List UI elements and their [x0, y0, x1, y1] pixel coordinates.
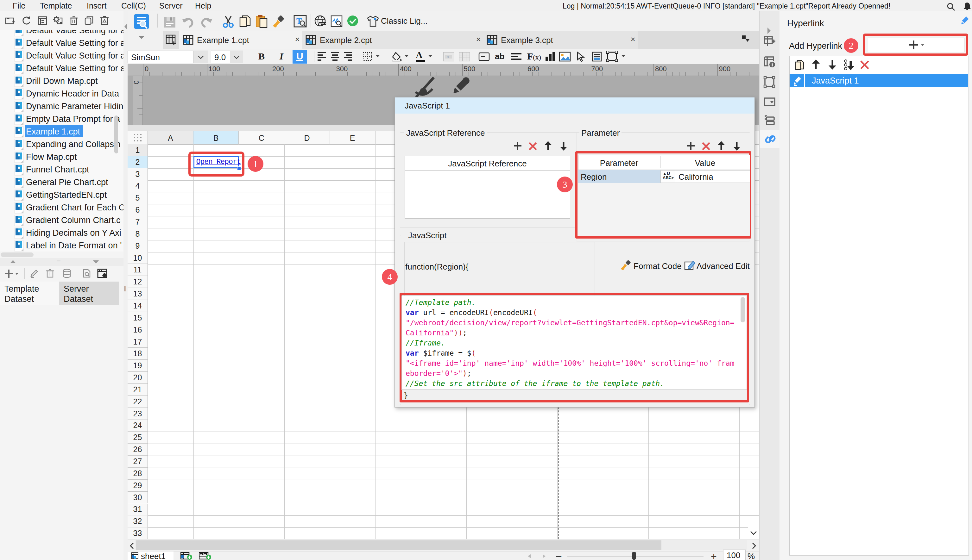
underline-button[interactable]: U: [292, 50, 307, 63]
font-color-dropdown-icon[interactable]: [428, 54, 433, 58]
copy-icon[interactable]: [83, 15, 95, 26]
splitter-down-icon[interactable]: [92, 260, 99, 264]
database-icon[interactable]: [62, 268, 72, 278]
copy-item-icon[interactable]: [794, 60, 805, 71]
scroll-left-icon[interactable]: [130, 542, 134, 549]
splitter-grip-icon[interactable]: =: [56, 257, 61, 265]
dialog-titlebar[interactable]: JavaScript 1: [395, 97, 755, 113]
sort-icon[interactable]: [844, 60, 855, 70]
italic-button[interactable]: I: [280, 51, 283, 62]
parameter-value-text[interactable]: California: [678, 172, 713, 182]
parameter-name-cell[interactable]: Region: [581, 172, 606, 182]
format-painter-icon[interactable]: [271, 14, 285, 28]
zoom-value-box[interactable]: 100: [723, 550, 746, 560]
file-item[interactable]: GettingStartedEN.cpt: [0, 188, 124, 201]
collapse-left-icon[interactable]: [124, 23, 128, 30]
fill-dropdown-icon[interactable]: [404, 54, 409, 58]
row-header[interactable]: 21: [128, 384, 148, 396]
scroll-right-icon[interactable]: [752, 542, 757, 549]
add-block-sheet-icon[interactable]: [199, 552, 213, 560]
advanced-edit-button[interactable]: Advanced Edit: [696, 261, 750, 271]
row-header[interactable]: 7: [128, 216, 148, 228]
row-header[interactable]: 17: [128, 336, 148, 348]
new-report-tab-button[interactable]: [163, 31, 179, 49]
paste-icon[interactable]: [255, 14, 268, 28]
hyperlink-tab-active[interactable]: [760, 130, 780, 148]
file-item[interactable]: Default Value Setting for a: [0, 62, 124, 75]
ab-widget-icon[interactable]: ab: [495, 52, 504, 62]
pointer-icon[interactable]: [576, 52, 586, 62]
file-item[interactable]: Dynamic Parameter Hidin: [0, 100, 124, 113]
row-header[interactable]: 30: [128, 492, 148, 504]
bold-button[interactable]: B: [258, 51, 265, 62]
hyperlink-list-item[interactable]: JavaScript 1: [790, 74, 968, 87]
row-header[interactable]: 18: [128, 348, 148, 360]
tab-server-dataset[interactable]: ServerDataset: [59, 282, 119, 305]
preview-dataset-icon[interactable]: [82, 268, 92, 278]
text-search-icon[interactable]: T: [294, 15, 307, 28]
search-icon[interactable]: [946, 2, 955, 12]
format-code-button[interactable]: Format Code: [633, 261, 681, 271]
align-right-icon[interactable]: [344, 52, 352, 62]
sheet-tab-active[interactable]: sheet1: [128, 552, 174, 560]
bold-lines-icon[interactable]: [511, 52, 521, 61]
file-item[interactable]: Flow Map.cpt: [0, 151, 124, 163]
row-header[interactable]: 4: [128, 180, 148, 192]
edit-pencil-icon[interactable]: [29, 268, 39, 278]
formula-icon[interactable]: F(x): [527, 51, 541, 62]
cut-icon[interactable]: [222, 15, 235, 28]
parameter-value-cell[interactable]: California: [675, 170, 750, 183]
row-header[interactable]: 1: [128, 144, 148, 156]
refresh-icon[interactable]: [20, 15, 32, 26]
panel-splitter[interactable]: =: [0, 258, 124, 266]
theme-name-label[interactable]: Classic Lig...: [381, 16, 428, 26]
splitter-up-icon[interactable]: [10, 260, 17, 264]
split-cells-icon[interactable]: [458, 52, 471, 62]
column-header[interactable]: E: [330, 131, 376, 145]
row-header[interactable]: 20: [128, 372, 148, 384]
tab-close-icon[interactable]: ×: [294, 36, 301, 43]
row-header[interactable]: 8: [128, 228, 148, 240]
widget-settings-icon[interactable]: [763, 35, 776, 47]
bell-icon[interactable]: [962, 1, 972, 11]
undo-icon[interactable]: [181, 16, 195, 28]
grid-corner-cell[interactable]: [128, 131, 148, 144]
cell-element-icon[interactable]: [763, 76, 776, 88]
image-icon[interactable]: [559, 52, 571, 62]
template-settings-icon[interactable]: [52, 15, 65, 26]
divider-grip-icon[interactable]: ‖: [124, 285, 127, 293]
list-vscrollbar-thumb[interactable]: [114, 115, 118, 153]
column-header[interactable]: A: [148, 131, 194, 145]
menu-item-template[interactable]: Template: [40, 1, 72, 10]
file-item[interactable]: Dynamic Header in Data: [0, 87, 124, 100]
file-item[interactable]: Default Value Setting for a: [0, 30, 124, 37]
doc-tab-3[interactable]: Example 3.cpt×: [483, 31, 638, 49]
menu-item-insert[interactable]: Insert: [87, 1, 107, 10]
remove-icon[interactable]: [528, 142, 537, 151]
recycle-icon[interactable]: [99, 15, 110, 26]
parameter-row[interactable]: Region▲UABC▾California: [578, 170, 750, 183]
prev-sheet-icon[interactable]: [527, 554, 531, 559]
grid-vscroll-down[interactable]: [748, 527, 759, 539]
delete-icon[interactable]: [45, 268, 55, 278]
row-header[interactable]: 9: [128, 240, 148, 252]
move-down-icon[interactable]: [828, 60, 837, 70]
row-header[interactable]: 5: [128, 192, 148, 204]
edit-pencil-blue-icon[interactable]: [960, 15, 970, 26]
frame-dropdown-icon[interactable]: [621, 54, 626, 58]
theme-tshirt-icon[interactable]: [366, 15, 380, 28]
fill-color-icon[interactable]: [391, 52, 403, 62]
row-header[interactable]: 25: [128, 432, 148, 443]
doc-tab-1[interactable]: Example 1.cpt×: [179, 31, 302, 49]
row-header[interactable]: 15: [128, 312, 148, 324]
row-header[interactable]: 16: [128, 324, 148, 336]
report-icon[interactable]: [37, 15, 48, 26]
file-item[interactable]: Expanding and Collapsin: [0, 138, 124, 151]
column-header[interactable]: C: [239, 131, 284, 145]
list-hscrollbar-thumb[interactable]: [1, 252, 33, 257]
row-header[interactable]: 12: [128, 276, 148, 288]
delete-x-icon[interactable]: [860, 60, 869, 70]
zoom-in-button[interactable]: +: [711, 551, 717, 560]
font-color-icon[interactable]: A: [416, 50, 425, 62]
globe-icon[interactable]: [314, 15, 327, 28]
